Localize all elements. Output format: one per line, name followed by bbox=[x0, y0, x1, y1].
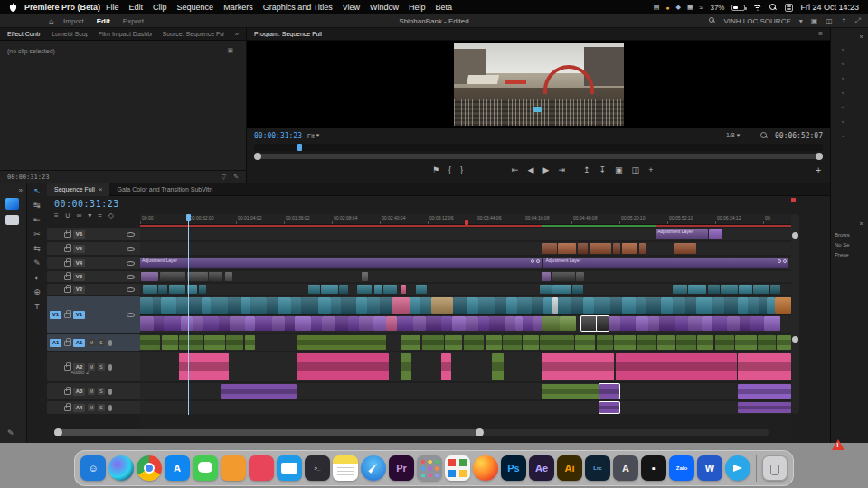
clip[interactable] bbox=[614, 335, 636, 350]
clip[interactable] bbox=[187, 272, 208, 281]
dock-siri[interactable] bbox=[108, 455, 134, 481]
scroll-handle[interactable] bbox=[792, 336, 798, 343]
settings-wrench-icon[interactable] bbox=[760, 132, 768, 139]
clip[interactable] bbox=[169, 285, 186, 294]
menu-edit[interactable]: Edit bbox=[129, 3, 144, 12]
clip[interactable] bbox=[708, 285, 720, 294]
clip[interactable] bbox=[597, 335, 613, 350]
dock-chrome[interactable] bbox=[137, 455, 162, 481]
clip[interactable] bbox=[301, 297, 318, 314]
track-v6-content[interactable]: Adjustment Layer bbox=[140, 228, 791, 240]
menu-bar-clock[interactable]: Fri 24 Oct 14:23 bbox=[800, 3, 859, 12]
scroll-handle[interactable] bbox=[816, 153, 823, 160]
clip[interactable] bbox=[413, 316, 426, 332]
toggle-track-output-icon[interactable] bbox=[127, 313, 135, 317]
mute-button[interactable]: M bbox=[88, 388, 95, 395]
lock-icon[interactable] bbox=[64, 247, 71, 252]
panel-menu-icon[interactable]: ≡ bbox=[818, 30, 823, 38]
dock-files[interactable] bbox=[221, 455, 246, 481]
collapsed-panel-no-se[interactable]: No Se bbox=[835, 242, 850, 248]
clip[interactable] bbox=[777, 335, 791, 350]
clip[interactable] bbox=[386, 316, 397, 332]
clip[interactable] bbox=[401, 335, 420, 350]
clip[interactable] bbox=[533, 316, 542, 332]
clip[interactable] bbox=[599, 384, 619, 399]
settings-icon[interactable]: + bbox=[648, 165, 653, 174]
fullscreen-icon[interactable]: ⤢ bbox=[855, 16, 861, 25]
clip[interactable] bbox=[571, 297, 584, 314]
clip[interactable] bbox=[453, 297, 467, 314]
dock-launchpad[interactable] bbox=[417, 455, 442, 481]
dock-firefox[interactable] bbox=[473, 455, 498, 481]
dock-notes[interactable] bbox=[333, 455, 358, 481]
clip[interactable] bbox=[685, 297, 696, 314]
clip[interactable] bbox=[702, 316, 712, 332]
clip[interactable] bbox=[532, 297, 543, 314]
clip[interactable] bbox=[552, 272, 575, 281]
clip[interactable] bbox=[383, 285, 396, 294]
clip[interactable] bbox=[204, 335, 224, 350]
chevron-icon[interactable]: › bbox=[839, 107, 847, 114]
clip[interactable] bbox=[228, 297, 241, 314]
clip[interactable] bbox=[542, 316, 560, 332]
menu-view[interactable]: View bbox=[343, 3, 360, 12]
clip[interactable] bbox=[738, 384, 791, 399]
clip[interactable] bbox=[401, 353, 411, 380]
chevron-icon[interactable]: › bbox=[839, 63, 847, 70]
tab-lumetri-scopes[interactable]: Lumetri Scopes bbox=[52, 31, 88, 37]
wifi-icon[interactable] bbox=[752, 4, 762, 11]
dock-safari[interactable] bbox=[361, 455, 386, 481]
lock-icon[interactable] bbox=[64, 313, 71, 318]
ripple-edit-tool[interactable]: ⇤ bbox=[33, 216, 41, 224]
step-back-icon[interactable]: ◀ bbox=[528, 165, 534, 174]
clip[interactable] bbox=[193, 316, 203, 332]
clip[interactable] bbox=[308, 285, 320, 294]
dock-photoshop[interactable]: Ps bbox=[501, 455, 526, 481]
scroll-handle[interactable] bbox=[792, 232, 798, 239]
track-v4-content[interactable]: Adjustment LayerAdjustment Layer bbox=[140, 257, 791, 269]
clip[interactable] bbox=[209, 272, 222, 281]
clip[interactable] bbox=[335, 316, 348, 332]
dock-word[interactable]: W bbox=[697, 455, 722, 481]
home-icon[interactable]: ⌂ bbox=[49, 16, 54, 26]
clip[interactable] bbox=[697, 335, 713, 350]
clip[interactable] bbox=[712, 297, 724, 314]
timeline-display-icon[interactable]: ≈ bbox=[98, 211, 101, 220]
solo-button[interactable]: S bbox=[98, 339, 105, 346]
source-patch-v1[interactable]: V1 bbox=[50, 311, 61, 319]
solo-button[interactable]: S bbox=[98, 404, 105, 411]
toggle-track-output-icon[interactable] bbox=[127, 287, 135, 292]
clip[interactable] bbox=[154, 316, 164, 332]
clip[interactable] bbox=[597, 316, 609, 332]
zoom-handle[interactable] bbox=[54, 428, 62, 436]
lift-icon[interactable]: ↥ bbox=[583, 165, 590, 174]
timeline-timecode[interactable]: 00:00:31:23 bbox=[54, 199, 119, 209]
clip[interactable] bbox=[724, 297, 738, 314]
source-patch-a4[interactable] bbox=[50, 404, 61, 412]
sequence-marker[interactable] bbox=[465, 220, 468, 225]
track-target-a1[interactable]: A1 bbox=[73, 339, 85, 347]
close-tab-icon[interactable]: × bbox=[99, 185, 103, 193]
track-target-v4[interactable]: V4 bbox=[73, 259, 85, 267]
clip[interactable] bbox=[226, 335, 243, 350]
lock-icon[interactable] bbox=[64, 261, 71, 267]
clip[interactable] bbox=[543, 297, 552, 314]
collapse-icon[interactable]: » bbox=[860, 33, 863, 41]
clip[interactable] bbox=[322, 316, 335, 332]
dock-arc[interactable]: A bbox=[613, 455, 638, 481]
clip[interactable] bbox=[709, 229, 722, 239]
menu-clip[interactable]: Clip bbox=[153, 3, 167, 12]
clip[interactable] bbox=[540, 285, 552, 294]
clip[interactable] bbox=[576, 272, 584, 281]
edit-pencil-icon[interactable]: ✎ bbox=[7, 428, 14, 437]
apple-icon[interactable] bbox=[9, 3, 17, 13]
share-icon[interactable]: ↥ bbox=[841, 17, 847, 25]
solo-button[interactable]: S bbox=[98, 388, 105, 395]
clip[interactable] bbox=[255, 316, 272, 332]
clip[interactable] bbox=[297, 353, 389, 380]
menu-markers[interactable]: Markers bbox=[223, 3, 253, 12]
source-patch-v3[interactable] bbox=[50, 273, 61, 281]
lock-icon[interactable] bbox=[64, 275, 71, 280]
voiceover-record-icon[interactable] bbox=[108, 364, 112, 371]
go-to-out-icon[interactable]: ⇥ bbox=[558, 165, 565, 174]
